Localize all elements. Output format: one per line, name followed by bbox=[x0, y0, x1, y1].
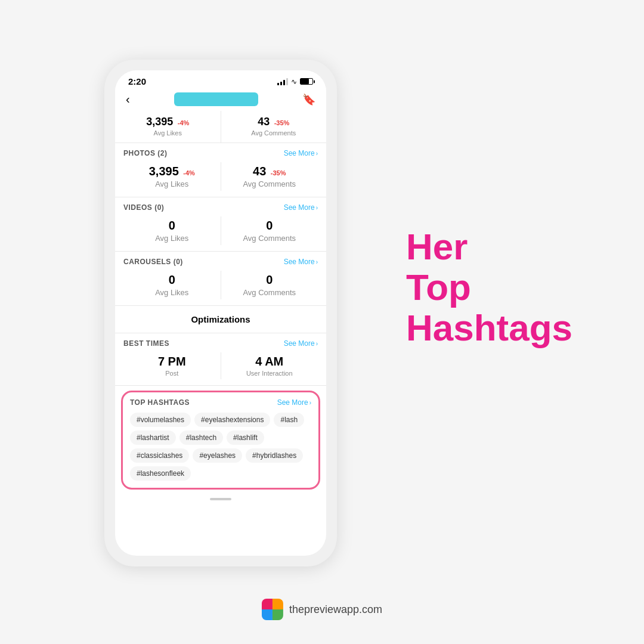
best-times-stats: 7 PM Post 4 AM User Interaction bbox=[123, 352, 318, 379]
videos-avg-likes-label: Avg Likes bbox=[123, 234, 221, 243]
videos-section: VIDEOS (0) See More › 0 Avg Likes 0 Avg … bbox=[115, 197, 326, 252]
hashtags-see-more[interactable]: See More › bbox=[277, 398, 311, 407]
hashtag-tag[interactable]: #lashlift bbox=[227, 431, 264, 445]
chevron-right-icon: › bbox=[316, 259, 318, 265]
scroll-indicator bbox=[115, 494, 326, 503]
optimizations-header: Optimizations bbox=[115, 306, 326, 333]
logo-q2 bbox=[273, 599, 283, 609]
phone-mockup: 2:20 ∿ ‹ @@@@@@@@ bbox=[104, 60, 337, 566]
carousels-avg-comments: 0 Avg Comments bbox=[221, 271, 318, 299]
right-text-line2: Top bbox=[406, 267, 572, 308]
right-text-line1: Her bbox=[406, 227, 572, 267]
carousels-avg-likes: 0 Avg Likes bbox=[123, 271, 221, 299]
carousels-stats: 0 Avg Likes 0 Avg Comments bbox=[123, 271, 318, 299]
logo-q4 bbox=[273, 609, 283, 620]
post-time-cell: 7 PM Post bbox=[123, 352, 221, 379]
chevron-right-icon: › bbox=[316, 340, 318, 347]
carousels-see-more[interactable]: See More › bbox=[284, 258, 318, 266]
hashtag-tags-container: #volumelashes #eyelashextensions #lash #… bbox=[130, 413, 311, 481]
interaction-time-label: User Interaction bbox=[221, 370, 318, 377]
top-avg-likes-value: 3,395 -4% bbox=[119, 116, 217, 128]
top-stats-row: 3,395 -4% Avg Likes 43 -35% Avg Comments bbox=[115, 111, 326, 143]
hashtag-tag[interactable]: #hybridlashes bbox=[246, 448, 303, 463]
signal-icon bbox=[277, 78, 288, 85]
videos-title: VIDEOS (0) bbox=[123, 203, 164, 212]
videos-avg-comments-label: Avg Comments bbox=[221, 234, 318, 243]
videos-section-header: VIDEOS (0) See More › bbox=[123, 203, 318, 212]
carousels-avg-likes-label: Avg Likes bbox=[123, 288, 221, 297]
right-text-block: Her Top Hashtags bbox=[406, 227, 572, 349]
top-avg-comments-label: Avg Comments bbox=[225, 129, 323, 137]
photos-see-more[interactable]: See More › bbox=[284, 149, 318, 157]
brand-logo bbox=[262, 599, 283, 620]
videos-see-more[interactable]: See More › bbox=[284, 203, 318, 212]
photos-section: PHOTOS (2) See More › 3,395 -4% Avg Like… bbox=[115, 143, 326, 197]
post-time-value: 7 PM bbox=[123, 355, 221, 369]
best-times-see-more[interactable]: See More › bbox=[284, 339, 318, 348]
top-avg-likes-label: Avg Likes bbox=[119, 129, 217, 137]
photos-stats: 3,395 -4% Avg Likes 43 -35% Avg Comments bbox=[123, 162, 318, 191]
hashtag-tag[interactable]: #volumelashes bbox=[130, 413, 191, 427]
top-hashtags-section: TOP HASHTAGS See More › #volumelashes #e… bbox=[121, 391, 320, 490]
chevron-right-icon: › bbox=[316, 205, 318, 211]
hashtag-tag[interactable]: #lashartist bbox=[130, 431, 176, 445]
back-button[interactable]: ‹ bbox=[126, 92, 130, 106]
username-label: @@@@@@@@ bbox=[174, 92, 259, 106]
best-times-section: BEST TIMES See More › 7 PM Post 4 AM Use… bbox=[115, 333, 326, 386]
post-time-label: Post bbox=[123, 370, 221, 377]
best-times-title: BEST TIMES bbox=[123, 339, 169, 348]
chevron-right-icon: › bbox=[309, 400, 311, 406]
interaction-time-cell: 4 AM User Interaction bbox=[221, 352, 318, 379]
photos-avg-comments: 43 -35% Avg Comments bbox=[221, 162, 318, 191]
wifi-icon: ∿ bbox=[291, 78, 297, 86]
brand-url: thepreviewapp.com bbox=[289, 603, 382, 616]
hashtag-tag[interactable]: #eyelashes bbox=[193, 448, 242, 463]
status-time: 2:20 bbox=[128, 76, 146, 86]
bookmark-icon[interactable]: 🔖 bbox=[302, 93, 315, 106]
battery-icon bbox=[300, 78, 313, 85]
page-wrapper: 2:20 ∿ ‹ @@@@@@@@ bbox=[0, 0, 644, 644]
scroll-dot bbox=[210, 498, 231, 500]
interaction-time-value: 4 AM bbox=[221, 355, 318, 369]
photos-avg-likes-label: Avg Likes bbox=[123, 179, 221, 188]
hashtag-tag[interactable]: #lash bbox=[274, 413, 304, 427]
logo-q1 bbox=[262, 599, 273, 609]
nav-bar: ‹ @@@@@@@@ 🔖 bbox=[115, 89, 326, 111]
status-icons: ∿ bbox=[277, 78, 313, 86]
best-times-header: BEST TIMES See More › bbox=[123, 339, 318, 348]
carousels-section: CAROUSELS (0) See More › 0 Avg Likes 0 A… bbox=[115, 252, 326, 306]
videos-stats: 0 Avg Likes 0 Avg Comments bbox=[123, 216, 318, 245]
hashtag-tag[interactable]: #eyelashextensions bbox=[194, 413, 270, 427]
status-bar: 2:20 ∿ bbox=[115, 70, 326, 89]
hashtags-header: TOP HASHTAGS See More › bbox=[130, 398, 311, 407]
top-avg-likes-cell: 3,395 -4% Avg Likes bbox=[115, 111, 221, 143]
videos-avg-likes: 0 Avg Likes bbox=[123, 216, 221, 245]
branding: thepreviewapp.com bbox=[262, 599, 382, 620]
top-avg-comments-value: 43 -35% bbox=[225, 116, 323, 128]
phone-screen: 2:20 ∿ ‹ @@@@@@@@ bbox=[115, 70, 326, 556]
hashtags-title: TOP HASHTAGS bbox=[130, 398, 190, 407]
hashtag-tag[interactable]: #lashesonfleek bbox=[130, 466, 191, 481]
chevron-right-icon: › bbox=[316, 150, 318, 157]
photos-avg-likes: 3,395 -4% Avg Likes bbox=[123, 162, 221, 191]
photos-avg-comments-label: Avg Comments bbox=[221, 179, 318, 188]
logo-q3 bbox=[262, 609, 273, 620]
hashtag-tag[interactable]: #classiclashes bbox=[130, 448, 189, 463]
videos-avg-comments: 0 Avg Comments bbox=[221, 216, 318, 245]
top-avg-comments-cell: 43 -35% Avg Comments bbox=[221, 111, 327, 143]
right-text-line3: Hashtags bbox=[406, 308, 572, 348]
carousels-section-header: CAROUSELS (0) See More › bbox=[123, 258, 318, 266]
photos-title: PHOTOS (2) bbox=[123, 149, 167, 157]
carousels-avg-comments-label: Avg Comments bbox=[221, 288, 318, 297]
hashtag-tag[interactable]: #lashtech bbox=[179, 431, 223, 445]
photos-section-header: PHOTOS (2) See More › bbox=[123, 149, 318, 157]
carousels-title: CAROUSELS (0) bbox=[123, 258, 183, 266]
